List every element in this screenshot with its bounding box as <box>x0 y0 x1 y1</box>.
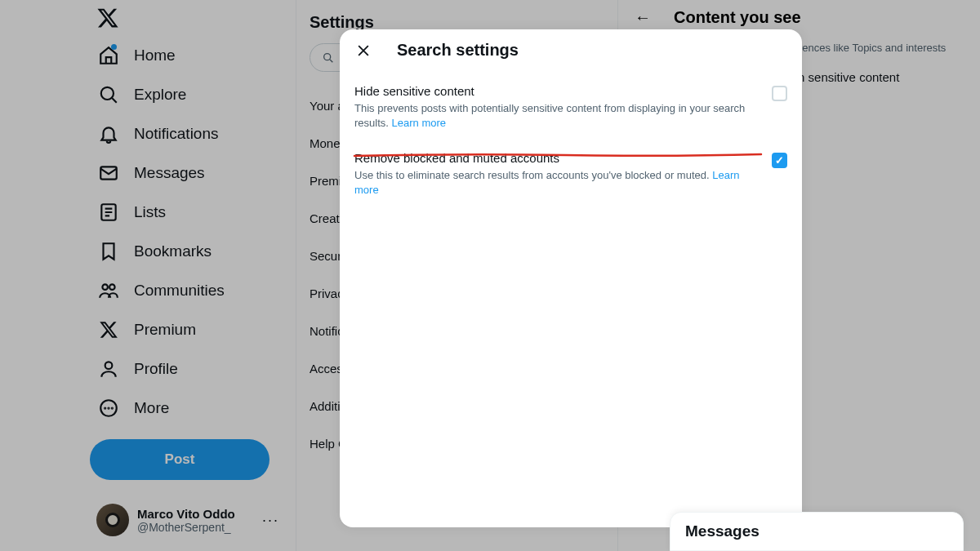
sidebar-item-premium[interactable]: Premium <box>90 310 296 349</box>
sidebar-item-communities[interactable]: Communities <box>90 271 296 310</box>
hide-sensitive-row: Hide sensitive content This prevents pos… <box>354 78 787 144</box>
svg-point-9 <box>112 407 113 408</box>
sidebar-item-bookmarks[interactable]: Bookmarks <box>90 232 296 271</box>
avatar <box>96 504 129 536</box>
svg-point-5 <box>105 362 113 369</box>
x-logo-icon[interactable] <box>96 7 119 29</box>
x-icon <box>98 319 119 340</box>
remove-blocked-row: Remove blocked and muted accounts Use th… <box>354 144 787 211</box>
sidebar-nav: Home Explore Notifications Messages List… <box>0 0 296 551</box>
modal-title: Search settings <box>397 41 519 60</box>
search-icon <box>322 51 335 64</box>
sidebar-item-explore[interactable]: Explore <box>90 75 296 114</box>
account-name: Marco Vito Oddo <box>137 507 235 521</box>
people-icon <box>98 280 119 301</box>
svg-point-0 <box>101 87 114 100</box>
account-handle: @MotherSerpent_ <box>137 521 235 534</box>
more-circle-icon <box>98 398 119 419</box>
search-settings-modal: Search settings Hide sensitive content T… <box>340 29 802 527</box>
sidebar-item-label: Premium <box>134 321 196 339</box>
remove-blocked-title: Remove blocked and muted accounts <box>354 151 762 165</box>
learn-more-link[interactable]: Learn more <box>392 117 446 129</box>
close-icon[interactable] <box>354 42 372 60</box>
sidebar-item-label: Profile <box>134 360 178 378</box>
sidebar-item-label: Messages <box>134 164 205 182</box>
list-icon <box>98 202 119 223</box>
sidebar-item-label: Communities <box>134 282 225 300</box>
more-icon[interactable]: ··· <box>262 512 279 529</box>
sidebar-item-home[interactable]: Home <box>90 36 296 75</box>
remove-blocked-checkbox[interactable] <box>772 153 787 168</box>
content-title: Content you see <box>674 8 801 27</box>
notification-dot-icon <box>111 44 117 50</box>
sidebar-item-label: Notifications <box>134 125 219 143</box>
sidebar-item-more[interactable]: More <box>90 389 296 428</box>
bookmark-icon <box>98 241 119 262</box>
account-switcher[interactable]: Marco Vito Oddo @MotherSerpent_ ··· <box>90 497 286 543</box>
messages-drawer-label: Messages <box>685 522 760 540</box>
sidebar-item-label: Bookmarks <box>134 242 212 260</box>
sidebar-item-label: Explore <box>134 86 186 104</box>
content-header: ← Content you see <box>635 8 964 27</box>
sidebar-item-messages[interactable]: Messages <box>90 153 296 193</box>
mail-icon <box>98 162 119 184</box>
remove-blocked-desc: Use this to eliminate search results fro… <box>354 169 710 181</box>
account-meta: Marco Vito Oddo @MotherSerpent_ <box>137 507 235 534</box>
svg-point-3 <box>102 284 108 290</box>
modal-header: Search settings <box>354 41 787 60</box>
sidebar-item-label: Lists <box>134 203 166 221</box>
svg-point-4 <box>109 284 115 290</box>
sidebar-item-label: Home <box>134 47 176 64</box>
svg-point-10 <box>324 53 331 60</box>
sidebar-item-profile[interactable]: Profile <box>90 349 296 389</box>
svg-point-7 <box>105 407 105 408</box>
hide-sensitive-title: Hide sensitive content <box>354 84 762 98</box>
messages-drawer[interactable]: Messages <box>670 512 964 551</box>
sidebar-item-label: More <box>134 399 169 417</box>
person-icon <box>98 358 119 380</box>
sidebar-item-notifications[interactable]: Notifications <box>90 114 296 153</box>
back-arrow-icon[interactable]: ← <box>635 8 651 27</box>
post-button[interactable]: Post <box>90 439 270 480</box>
search-icon <box>98 84 119 105</box>
hide-sensitive-checkbox[interactable] <box>772 86 787 101</box>
sidebar-item-lists[interactable]: Lists <box>90 193 296 232</box>
bell-icon <box>98 123 119 144</box>
svg-point-8 <box>108 407 109 408</box>
